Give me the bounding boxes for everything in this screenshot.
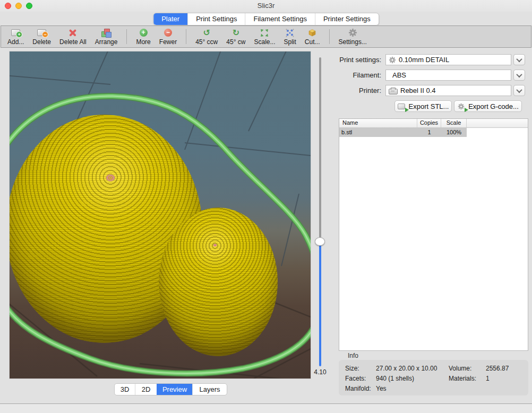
view-tab-preview[interactable]: Preview (157, 384, 192, 395)
title-bar: Slic3r (0, 0, 532, 12)
scale-button-label: Scale... (254, 38, 275, 46)
cut-cube-icon (307, 28, 317, 37)
column-header-copies[interactable]: Copies (417, 119, 441, 127)
scale-arrows-icon (260, 28, 269, 37)
export-gcode-button[interactable]: Export G-code... (454, 100, 522, 112)
chevron-down-icon (516, 87, 522, 92)
info-section-title: Info (348, 352, 358, 359)
export-gcode-icon (457, 102, 465, 111)
facets-label: Facets: (345, 375, 366, 382)
printer-select[interactable]: Rebel II 0.4 (385, 85, 511, 96)
print-settings-label: Print settings: (318, 54, 381, 65)
add-button-label: Add... (7, 38, 24, 46)
delete-button[interactable]: Delete (28, 27, 55, 46)
red-minus-circle-icon (163, 28, 173, 37)
rotate-ccw-button-label: 45° ccw (195, 38, 218, 46)
object-table-header: Name Copies Scale (339, 119, 528, 128)
rotate-cw-icon (231, 28, 241, 37)
export-stl-label: Export STL... (409, 102, 449, 110)
fewer-button-label: Fewer (159, 38, 177, 46)
print-settings-value: 0.10mm DETAIL (399, 56, 449, 64)
sliced-model-small-dome (159, 208, 278, 356)
manifold-label: Manifold: (345, 385, 371, 392)
printer-value: Rebel II 0.4 (400, 87, 436, 94)
cell-copies: 1 (417, 128, 441, 137)
volume-value: 2556.87 (486, 365, 509, 372)
filament-dropdown-button[interactable] (513, 70, 525, 81)
filament-value: ABS (392, 71, 406, 79)
more-button-label: More (136, 38, 150, 46)
green-plus-circle-icon (139, 28, 148, 37)
status-bar (0, 404, 532, 413)
3d-preview-canvas[interactable] (9, 51, 311, 379)
rotate-ccw-button[interactable]: 45° ccw (191, 27, 222, 46)
rotate-ccw-icon (202, 28, 211, 37)
toolbar-separator (329, 29, 330, 44)
arrange-button[interactable]: Arrange (91, 27, 122, 46)
view-mode-tab-bar: 3D 2D Preview Layers (114, 383, 227, 395)
gear-icon (389, 56, 396, 64)
volume-label: Volume: (449, 365, 471, 372)
toolbar-separator (186, 29, 186, 44)
tab-print-settings[interactable]: Print Settings (187, 13, 245, 25)
delete-box-minus-icon (37, 28, 47, 37)
column-header-empty (467, 119, 528, 127)
delete-all-button[interactable]: Delete All (55, 27, 91, 46)
main-tab-bar: Plater Print Settings Filament Settings … (153, 13, 379, 25)
export-stl-icon (398, 102, 406, 111)
chevron-down-icon (516, 56, 522, 62)
layer-slider-thumb[interactable] (315, 237, 325, 246)
layer-slider-track[interactable] (319, 57, 321, 366)
gear-icon (348, 28, 357, 37)
add-box-plus-icon (11, 28, 21, 37)
toolbar: Add... Delete Delete All Arrange More Fe… (1, 25, 531, 48)
more-button[interactable]: More (132, 27, 155, 46)
arrange-button-label: Arrange (95, 38, 118, 46)
cell-name: b.stl (339, 128, 417, 137)
fewer-button[interactable]: Fewer (155, 27, 181, 46)
split-dots-icon (285, 28, 295, 37)
print-settings-select[interactable]: 0.10mm DETAIL (385, 54, 511, 65)
size-value: 27.00 x 20.00 x 10.00 (376, 365, 437, 372)
table-row[interactable]: b.stl 1 100% (339, 128, 528, 137)
printer-icon (389, 89, 398, 94)
view-tab-layers[interactable]: Layers (192, 384, 227, 395)
settings-button-label: Settings... (339, 38, 367, 46)
export-gcode-label: Export G-code... (468, 102, 519, 110)
printer-label: Printer: (318, 85, 381, 96)
window-title: Slic3r (0, 0, 532, 12)
info-panel: Size: 27.00 x 20.00 x 10.00 Volume: 2556… (339, 360, 528, 395)
toolbar-separator (126, 29, 127, 44)
facets-value: 940 (1 shells) (376, 375, 414, 382)
tab-printer-settings[interactable]: Printer Settings (315, 13, 379, 25)
split-button[interactable]: Split (279, 27, 300, 46)
settings-button[interactable]: Settings... (334, 27, 371, 46)
column-header-scale[interactable]: Scale (441, 119, 467, 127)
tab-plater[interactable]: Plater (153, 13, 187, 25)
cell-scale: 100% (441, 128, 467, 137)
filament-select[interactable]: ABS (385, 70, 511, 81)
column-header-name[interactable]: Name (339, 119, 417, 127)
slic3r-window: Slic3r Plater Print Settings Filament Se… (0, 0, 532, 413)
tab-filament-settings[interactable]: Filament Settings (245, 13, 314, 25)
print-settings-dropdown-button[interactable] (513, 54, 525, 65)
arrange-cubes-icon (101, 28, 111, 37)
rotate-cw-button[interactable]: 45° cw (222, 27, 250, 46)
export-stl-button[interactable]: Export STL... (394, 100, 452, 112)
red-x-icon (68, 28, 78, 37)
delete-all-button-label: Delete All (59, 38, 87, 46)
cut-button[interactable]: Cut... (301, 27, 324, 46)
object-list-table: Name Copies Scale b.stl 1 100% (339, 118, 528, 351)
view-tab-3d[interactable]: 3D (115, 384, 135, 395)
layer-slider-value: 4.10 (310, 368, 330, 376)
materials-label: Materials: (449, 375, 476, 382)
materials-value: 1 (486, 375, 490, 382)
printer-dropdown-button[interactable] (513, 85, 525, 96)
rotate-cw-button-label: 45° cw (226, 38, 245, 46)
scale-button[interactable]: Scale... (250, 27, 279, 46)
add-button[interactable]: Add... (3, 27, 28, 46)
infill-top-marker-large (101, 171, 119, 185)
split-button-label: Split (284, 38, 296, 46)
view-tab-2d[interactable]: 2D (135, 384, 157, 395)
size-label: Size: (345, 365, 359, 372)
